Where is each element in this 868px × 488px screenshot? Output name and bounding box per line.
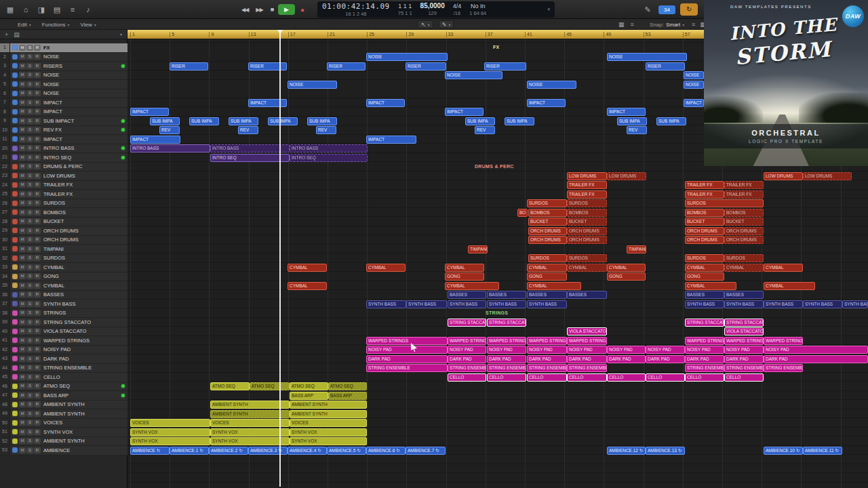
region[interactable]: IMPACT: [445, 108, 484, 116]
region[interactable]: STRING ENSEMBLE: [567, 364, 607, 372]
track-row[interactable]: 38MSRSTRINGS: [0, 309, 127, 319]
mute-button[interactable]: M: [19, 273, 26, 279]
region[interactable]: WARPED STRINGS: [487, 337, 526, 345]
record-enable-button[interactable]: R: [34, 100, 41, 106]
solo-button[interactable]: S: [26, 173, 33, 179]
region[interactable]: REV: [475, 126, 495, 134]
region[interactable]: REV: [159, 126, 180, 134]
mute-button[interactable]: M: [19, 209, 26, 216]
region[interactable]: NOISY PAD: [764, 346, 868, 354]
track-name[interactable]: NOISE: [43, 81, 127, 87]
mute-button[interactable]: M: [19, 127, 26, 133]
region[interactable]: SUB IMPA: [617, 117, 647, 125]
record-enable-button[interactable]: R: [34, 411, 41, 417]
record-enable-button[interactable]: R: [34, 365, 41, 371]
mute-button[interactable]: M: [19, 438, 26, 444]
region[interactable]: IMPACT: [130, 108, 169, 116]
track-name[interactable]: IMPACT: [43, 136, 127, 142]
track-name[interactable]: BASS ARP: [43, 392, 121, 399]
region[interactable]: RISER: [327, 62, 366, 70]
solo-button[interactable]: S: [26, 237, 33, 243]
track-name[interactable]: CYMBAL: [43, 264, 127, 270]
mute-button[interactable]: M: [19, 200, 26, 206]
region[interactable]: RISER: [646, 62, 685, 70]
region[interactable]: RISER: [484, 62, 526, 70]
solo-button[interactable]: S: [26, 283, 33, 289]
region[interactable]: BUCKET: [528, 218, 567, 226]
region[interactable]: NOISE: [607, 53, 687, 61]
track-name[interactable]: AMBIENT SYNTH: [43, 411, 127, 417]
region[interactable]: INTRO BASS: [130, 144, 210, 152]
region[interactable]: SUB IMPA: [505, 117, 534, 125]
solo-button[interactable]: S: [26, 420, 33, 426]
region[interactable]: VIOLA STACCATO: [567, 327, 607, 336]
mute-button[interactable]: M: [19, 145, 26, 151]
region[interactable]: CYMBAL: [366, 264, 406, 272]
solo-button[interactable]: S: [26, 45, 33, 51]
record-enable-button[interactable]: R: [34, 118, 41, 124]
track-name[interactable]: AMBIENT SYNTH: [43, 438, 127, 444]
solo-button[interactable]: S: [26, 310, 33, 316]
record-enable-button[interactable]: R: [34, 163, 41, 169]
list-icon[interactable]: ≡: [692, 21, 695, 28]
record-enable-button[interactable]: R: [34, 356, 41, 362]
track-name[interactable]: IMPACT: [43, 108, 127, 115]
region[interactable]: NOISY PAD: [607, 346, 646, 354]
mute-button[interactable]: M: [19, 218, 26, 224]
solo-button[interactable]: S: [26, 200, 33, 206]
solo-button[interactable]: S: [26, 374, 33, 380]
track-row[interactable]: 5MSRNOISE: [0, 80, 127, 89]
mute-button[interactable]: M: [19, 63, 26, 69]
region[interactable]: TRAILER FX: [724, 181, 764, 189]
track-name[interactable]: STRING STACCATO: [43, 319, 127, 325]
record-enable-button[interactable]: R: [34, 191, 41, 197]
track-name[interactable]: CYMBAL: [43, 283, 127, 289]
forward-button[interactable]: ▶▶: [253, 4, 265, 16]
region[interactable]: CYMBAL: [724, 264, 764, 272]
mute-button[interactable]: M: [19, 173, 26, 179]
chevron-down-icon[interactable]: ▾: [547, 7, 550, 12]
mute-button[interactable]: M: [19, 255, 26, 261]
region[interactable]: AMBIENCE.4 ↻: [288, 447, 327, 455]
track-name[interactable]: REV FX: [43, 127, 121, 133]
functions-menu[interactable]: Functions▾: [42, 22, 70, 28]
region[interactable]: STRING STACCATO: [724, 319, 764, 327]
record-enable-button[interactable]: R: [34, 155, 41, 161]
region[interactable]: ATMO SEQ: [250, 382, 290, 390]
mute-button[interactable]: M: [19, 310, 26, 316]
region[interactable]: WARPED STRINGS: [448, 337, 486, 345]
edit-menu[interactable]: Edit▾: [18, 22, 31, 28]
region[interactable]: SUB IMPA: [307, 117, 337, 125]
region[interactable]: WARPED STRINGS: [567, 337, 607, 345]
region[interactable]: IMPACT: [527, 99, 566, 107]
mute-button[interactable]: M: [19, 191, 26, 197]
region[interactable]: TRAILER FX: [724, 190, 764, 199]
mute-button[interactable]: M: [19, 108, 26, 115]
mute-button[interactable]: M: [19, 338, 26, 344]
solo-button[interactable]: S: [26, 301, 33, 307]
record-enable-button[interactable]: R: [34, 200, 41, 206]
track-row[interactable]: 8MSRIMPACT: [0, 108, 127, 117]
mute-button[interactable]: M: [19, 301, 26, 307]
record-enable-button[interactable]: R: [34, 218, 41, 224]
track-row[interactable]: 7MSRIMPACT: [0, 98, 127, 108]
mute-button[interactable]: M: [19, 54, 26, 60]
record-enable-button[interactable]: R: [34, 383, 41, 389]
track-name[interactable]: SYNTH VOX: [43, 429, 127, 435]
region[interactable]: TRAILER FX: [685, 181, 724, 189]
editors-icon[interactable]: ≡: [66, 3, 79, 16]
region[interactable]: DARK PAD: [527, 355, 567, 363]
region[interactable]: SYNTH BASS: [487, 300, 526, 308]
region[interactable]: NOISE: [445, 71, 502, 79]
mute-button[interactable]: M: [19, 365, 26, 371]
track-row[interactable]: 27MSRBOMBOS: [0, 208, 127, 218]
region[interactable]: SUB IMPA: [189, 117, 219, 125]
track-name[interactable]: NOISE: [43, 90, 127, 96]
region[interactable]: AMBIENCE.10 ↻: [764, 447, 803, 455]
region[interactable]: AMBIENCE.6 ↻: [366, 447, 406, 455]
region[interactable]: CELLO: [487, 373, 526, 382]
record-enable-button[interactable]: R: [34, 264, 41, 270]
region[interactable]: WARPED STRINGS: [724, 337, 764, 345]
solo-button[interactable]: S: [26, 72, 33, 78]
region[interactable]: CYMBAL: [445, 264, 484, 272]
